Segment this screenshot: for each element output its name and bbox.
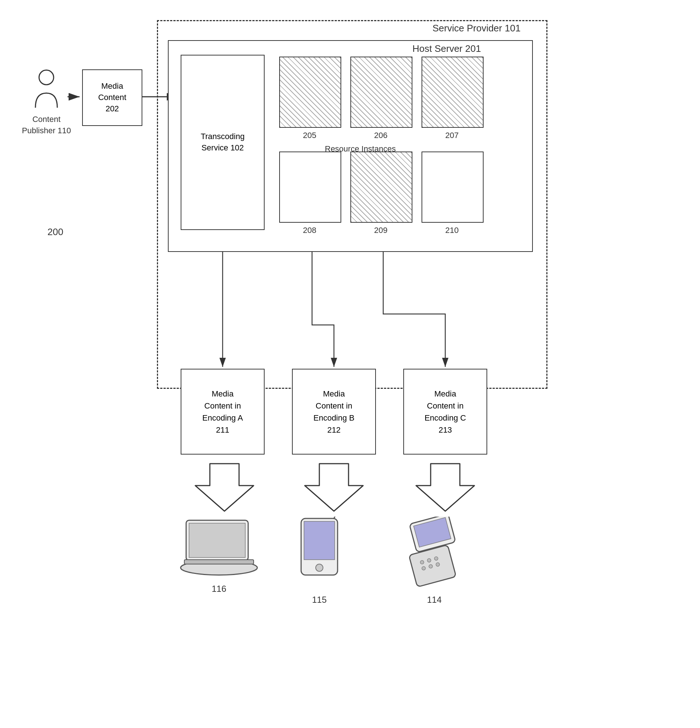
svg-marker-6 (305, 464, 363, 511)
encoding-box-213: MediaContent inEncoding C213 (403, 369, 487, 455)
encoding-box-211: MediaContent inEncoding A211 (180, 369, 265, 455)
svg-point-8 (39, 70, 53, 85)
encoding-label-211: MediaContent inEncoding A211 (202, 388, 243, 436)
transcoding-label: TranscodingService 102 (201, 131, 244, 154)
svg-rect-14 (304, 521, 335, 560)
encoding-label-213: MediaContent inEncoding C213 (424, 388, 466, 436)
svg-rect-12 (184, 560, 254, 564)
resource-label-207: 207 (445, 131, 459, 140)
resource-box-210 (421, 152, 484, 223)
resource-box-207 (421, 56, 484, 128)
publisher-label: ContentPublisher 110 (22, 114, 71, 137)
resource-box-209 (350, 152, 413, 223)
encoding-box-212: MediaContent inEncoding B212 (292, 369, 376, 455)
resource-label-209: 209 (374, 225, 388, 235)
device-phone-area: 114 (401, 517, 467, 605)
person-icon (30, 69, 63, 110)
transcoding-service-box: TranscodingService 102 (180, 55, 265, 230)
resource-label-208: 208 (303, 225, 316, 235)
resource-box-206 (350, 56, 413, 128)
encoding-label-212: MediaContent inEncoding B212 (313, 388, 355, 436)
resource-label-206: 206 (374, 131, 388, 140)
phone-icon (401, 517, 467, 589)
diagram: Service Provider 101 Host Server 201 Tra… (0, 0, 700, 728)
host-server-label: Host Server 201 (413, 43, 481, 54)
media-content-box: MediaContent202 (82, 69, 142, 126)
pda-label: 115 (292, 595, 347, 605)
resource-label-205: 205 (303, 131, 316, 140)
device-laptop-area: 116 (179, 517, 259, 594)
laptop-icon (179, 517, 259, 579)
publisher-area: ContentPublisher 110 (22, 69, 71, 137)
resource-box-208 (279, 152, 341, 223)
svg-rect-10 (189, 523, 245, 558)
laptop-label: 116 (179, 584, 259, 594)
svg-line-16 (334, 517, 338, 519)
pda-icon (292, 517, 347, 589)
svg-marker-7 (416, 464, 475, 511)
service-provider-label: Service Provider 101 (433, 23, 520, 34)
phone-label: 114 (401, 595, 467, 605)
device-pda-area: 115 (292, 517, 347, 605)
resource-box-205 (279, 56, 341, 128)
resource-label-210: 210 (445, 225, 459, 235)
svg-point-15 (316, 564, 323, 571)
media-content-label: MediaContent202 (98, 81, 126, 114)
diagram-200-label: 200 (48, 226, 63, 238)
svg-marker-5 (195, 464, 254, 511)
